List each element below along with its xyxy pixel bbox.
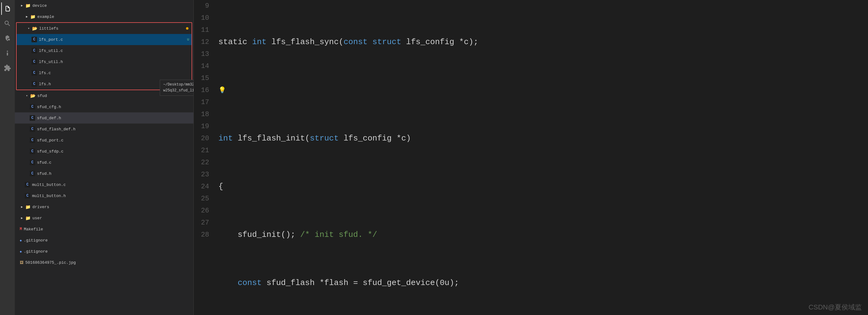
line-number: 18	[197, 108, 209, 120]
line-number: 21	[197, 145, 209, 156]
sidebar-item-sfud-h[interactable]: C sfud.h	[15, 168, 193, 179]
c-file-icon: C	[25, 182, 30, 188]
folder-open-icon: 📂	[30, 93, 35, 98]
code-line-12: {	[218, 181, 868, 193]
sidebar-item-makefile[interactable]: M Makefile	[15, 224, 193, 235]
line-number: 9	[197, 0, 209, 12]
sidebar-item-label: sfud_cfg.h	[37, 105, 193, 109]
img-file-icon: 🖼	[20, 260, 24, 265]
sidebar-item-label: 501686364975_.pic.jpg	[25, 260, 193, 265]
sidebar-item-sfud[interactable]: ▾ 📂 sfud	[15, 90, 193, 101]
sidebar-item-label: lfs.h	[39, 82, 191, 86]
line-number: 10	[197, 12, 209, 24]
sidebar-item-lfs-util-c[interactable]: C lfs_util.c	[17, 45, 191, 56]
debug-icon[interactable]	[1, 47, 13, 59]
sidebar-item-label: sfud.c	[37, 160, 193, 165]
git-file-icon: ◆	[20, 250, 22, 254]
sidebar-item-lfs-util-h[interactable]: C lfs_util.h	[17, 56, 191, 67]
code-area[interactable]: static int lfs_flash_sync(const struct l…	[215, 0, 868, 315]
search-icon[interactable]	[1, 17, 13, 30]
sidebar-item-lfs-c[interactable]: C lfs.c	[17, 67, 191, 79]
sidebar-item-sfud-flash-def-h[interactable]: C sfud_flash_def.h	[15, 123, 193, 135]
sidebar-item-label: multi_button.c	[32, 182, 193, 187]
m-file-icon: M	[20, 227, 22, 231]
editor: 9 10 11 12 13 14 15 16 17 18 19 20 21 22…	[194, 0, 868, 315]
sidebar-item-label: littlefs	[39, 26, 186, 31]
sidebar-item-label: sfud	[37, 93, 193, 98]
line-number: 24	[197, 181, 209, 193]
arrow-icon: ▾	[27, 27, 31, 30]
sidebar-item-drivers[interactable]: ▶ 📁 drivers	[15, 201, 193, 212]
sidebar-item-label: drivers	[32, 205, 193, 209]
sidebar-item-littlefs[interactable]: ▾ 📂 littlefs	[17, 23, 191, 34]
sidebar-item-gitignore2[interactable]: ◆ .gitignore	[15, 246, 193, 257]
sidebar-item-label: sfud_sfdp.c	[37, 149, 193, 154]
sidebar-item-sfud-c[interactable]: C sfud.c	[15, 157, 193, 168]
sidebar-item-label: .gitignore	[24, 238, 193, 243]
sidebar: ▶ 📁 device ▶ 📁 example ▾ 📂 littlefs C lf…	[15, 0, 194, 315]
sidebar-item-label: lfs.c	[39, 71, 191, 75]
sidebar-item-label: device	[32, 3, 193, 8]
svg-point-0	[8, 38, 10, 40]
sidebar-item-label: sfud_flash_def.h	[37, 127, 193, 132]
sidebar-item-multi-button-h[interactable]: C multi_button.h	[15, 190, 193, 201]
line-number: 13	[197, 48, 209, 60]
c-file-icon: C	[31, 81, 37, 87]
folder-open-icon: 📂	[32, 26, 37, 31]
folder-icon: 📁	[25, 3, 31, 8]
c-file-icon: C	[30, 104, 35, 110]
sidebar-item-device[interactable]: ▶ 📁 device	[15, 0, 193, 11]
sidebar-item-label: sfud_def.h	[37, 116, 193, 120]
sidebar-item-user[interactable]: ▶ 📁 user	[15, 212, 193, 224]
badge-u: U	[187, 38, 189, 41]
sidebar-item-sfud-def-h[interactable]: C sfud_def.h	[15, 112, 193, 123]
arrow-icon: ▶	[25, 15, 29, 19]
folder-icon: 📁	[30, 14, 35, 20]
line-number: 26	[197, 205, 209, 217]
arrow-icon: ▶	[20, 216, 24, 220]
line-number: 15	[197, 72, 209, 84]
watermark-text: CSDN@夏侯域监	[808, 303, 862, 311]
sidebar-item-lfs-h[interactable]: C lfs.h	[17, 79, 191, 90]
line-number: 12	[197, 36, 209, 48]
line-number: 28	[197, 229, 209, 241]
sidebar-item-label: sfud_port.c	[37, 138, 193, 143]
lightbulb-icon[interactable]: 💡	[218, 86, 226, 95]
source-control-icon[interactable]	[1, 32, 13, 45]
sidebar-item-multi-button-c[interactable]: C multi_button.c	[15, 179, 193, 190]
c-file-icon: C	[30, 160, 35, 165]
line-number: 23	[197, 169, 209, 181]
c-file-icon: C	[25, 193, 30, 199]
c-file-icon: C	[30, 126, 35, 132]
sidebar-item-image[interactable]: 🖼 501686364975_.pic.jpg	[15, 257, 193, 268]
sidebar-item-label: sfud.h	[37, 171, 193, 176]
editor-content: 9 10 11 12 13 14 15 16 17 18 19 20 21 22…	[194, 0, 868, 315]
code-line-9: static int lfs_flash_sync(const struct l…	[218, 36, 868, 48]
sidebar-item-label: multi_button.h	[32, 194, 193, 198]
line-number: 22	[197, 156, 209, 169]
line-number: 27	[197, 217, 209, 229]
littlefs-group: ▾ 📂 littlefs C lfs_port.c U C lfs_util.c…	[16, 22, 192, 90]
sidebar-item-label: .gitignore	[24, 249, 193, 254]
code-line-10: 💡	[218, 84, 868, 96]
line-number: 14	[197, 60, 209, 72]
modified-dot	[186, 27, 188, 30]
extensions-icon[interactable]	[1, 62, 13, 74]
sidebar-item-label: lfs_util.c	[39, 49, 191, 53]
sidebar-item-gitignore1[interactable]: ◆ .gitignore	[15, 235, 193, 246]
sidebar-item-label: user	[32, 216, 193, 221]
line-number: 25	[197, 193, 209, 205]
line-number: 11	[197, 24, 209, 36]
sidebar-item-lfs-port-c[interactable]: C lfs_port.c U	[17, 34, 191, 45]
sidebar-item-example[interactable]: ▶ 📁 example	[15, 11, 193, 22]
code-line-11: int lfs_flash_init(struct lfs_config *c)	[218, 133, 868, 145]
sidebar-item-sfud-sfdp-c[interactable]: C sfud_sfdp.c	[15, 146, 193, 157]
sidebar-item-sfud-port-c[interactable]: C sfud_port.c	[15, 135, 193, 146]
sidebar-item-sfud-cfg-h[interactable]: C sfud_cfg.h	[15, 101, 193, 112]
arrow-icon: ▶	[20, 4, 24, 7]
c-file-icon: C	[30, 115, 35, 121]
code-line-13: sfud_init(); /* init sfud. */	[218, 229, 868, 241]
files-icon[interactable]	[1, 2, 13, 15]
c-file-icon: C	[31, 59, 37, 64]
c-file-icon: C	[31, 70, 37, 76]
